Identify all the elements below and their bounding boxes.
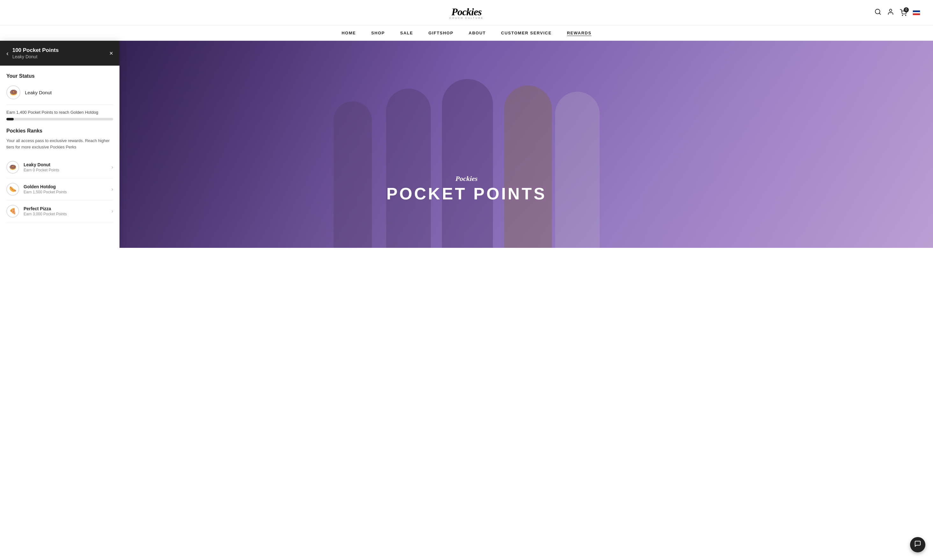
nav-customer-service[interactable]: CUSTOMER SERVICE <box>501 31 552 35</box>
cart-badge: 0 <box>904 7 909 12</box>
progress-label: Earn 1,400 Pocket Points to reach Golden… <box>6 110 113 115</box>
svg-point-3 <box>902 15 903 15</box>
rank-points-leaky-donut: Earn 0 Pocket Points <box>23 168 107 172</box>
logo-text: Pockies <box>451 6 482 17</box>
panel-header: ‹ 100 Pocket Points Leaky Donut × <box>0 41 120 66</box>
nav-shop[interactable]: SHOP <box>371 31 385 35</box>
panel-close-button[interactable]: × <box>109 50 113 57</box>
your-status-title: Your Status <box>6 73 113 79</box>
nav-sale[interactable]: SALE <box>400 31 413 35</box>
rank-name-golden-hotdog: Golden Hotdog <box>23 184 107 189</box>
panel-back-button[interactable]: ‹ <box>6 50 9 57</box>
svg-line-1 <box>879 13 881 14</box>
rank-name-perfect-pizza: Perfect Pizza <box>23 206 107 211</box>
rank-points-perfect-pizza: Earn 3,000 Pocket Points <box>23 212 107 216</box>
rank-name-leaky-donut: Leaky Donut <box>23 162 107 167</box>
ranks-title: Pockies Ranks <box>6 128 113 134</box>
rank-info-leaky-donut: Leaky Donut Earn 0 Pocket Points <box>23 162 107 172</box>
panel-body: Your Status 🍩 Leaky Donut Earn 1,400 Poc… <box>0 66 120 230</box>
main-nav: HOME SHOP SALE GIFTSHOP ABOUT CUSTOMER S… <box>0 26 933 41</box>
rank-chevron-golden-hotdog: › <box>111 186 113 192</box>
logo-sub: COUCH CULTURE <box>449 17 484 19</box>
rank-perfect-pizza[interactable]: 🍕 Perfect Pizza Earn 3,000 Pocket Points… <box>6 200 113 222</box>
status-tier-name: Leaky Donut <box>25 90 52 95</box>
panel-header-left: ‹ 100 Pocket Points Leaky Donut <box>6 47 59 59</box>
panel-tier-subtitle: Leaky Donut <box>12 54 59 59</box>
rank-chevron-perfect-pizza: › <box>111 208 113 214</box>
nav-home[interactable]: HOME <box>342 31 356 35</box>
hero-section: Pockies POCKET POINTS ‹ 100 Pocket Point… <box>0 41 933 248</box>
progress-bar-fill <box>6 118 14 120</box>
svg-point-2 <box>889 9 891 11</box>
panel-points-title: 100 Pocket Points <box>12 47 59 54</box>
donut-icon: 🍩 <box>9 89 17 96</box>
header: Pockies COUCH CULTURE 0 <box>0 0 933 26</box>
rank-info-perfect-pizza: Perfect Pizza Earn 3,000 Pocket Points <box>23 206 107 216</box>
ranks-description: Your all access pass to exclusive reward… <box>6 138 113 150</box>
page-wrapper: Pockies COUCH CULTURE 0 <box>0 0 933 248</box>
cart-icon-wrap[interactable]: 0 <box>900 9 907 16</box>
panel-title-block: 100 Pocket Points Leaky Donut <box>12 47 59 59</box>
rank-chevron-leaky-donut: › <box>111 165 113 170</box>
nav-about[interactable]: ABOUT <box>469 31 486 35</box>
hero-banner: Pockies POCKET POINTS <box>0 41 933 248</box>
status-tier-icon: 🍩 <box>6 85 20 99</box>
rewards-sidebar: ‹ 100 Pocket Points Leaky Donut × Your S… <box>0 41 120 248</box>
rank-points-golden-hotdog: Earn 1,500 Pocket Points <box>23 190 107 194</box>
flag-icon <box>913 10 920 15</box>
rank-info-golden-hotdog: Golden Hotdog Earn 1,500 Pocket Points <box>23 184 107 194</box>
hero-logo: Pockies <box>386 175 547 183</box>
status-row: 🍩 Leaky Donut <box>6 85 113 99</box>
progress-bar-track <box>6 118 113 120</box>
svg-point-4 <box>905 15 906 15</box>
status-divider <box>6 105 113 105</box>
hero-title: POCKET POINTS <box>386 184 547 203</box>
rank-icon-leaky-donut: 🍩 <box>6 161 19 174</box>
search-icon[interactable] <box>874 8 881 17</box>
hero-center-text: Pockies POCKET POINTS <box>386 175 547 203</box>
account-icon[interactable] <box>887 8 894 17</box>
nav-giftshop[interactable]: GIFTSHOP <box>428 31 453 35</box>
rank-golden-hotdog[interactable]: 🌭 Golden Hotdog Earn 1,500 Pocket Points… <box>6 178 113 200</box>
nav-rewards[interactable]: REWARDS <box>567 31 591 35</box>
logo: Pockies COUCH CULTURE <box>449 6 484 19</box>
rank-leaky-donut[interactable]: 🍩 Leaky Donut Earn 0 Pocket Points › <box>6 156 113 178</box>
header-icons: 0 <box>874 8 920 17</box>
rank-icon-perfect-pizza: 🍕 <box>6 205 19 218</box>
hero-figures <box>0 41 933 248</box>
rank-icon-golden-hotdog: 🌭 <box>6 183 19 195</box>
